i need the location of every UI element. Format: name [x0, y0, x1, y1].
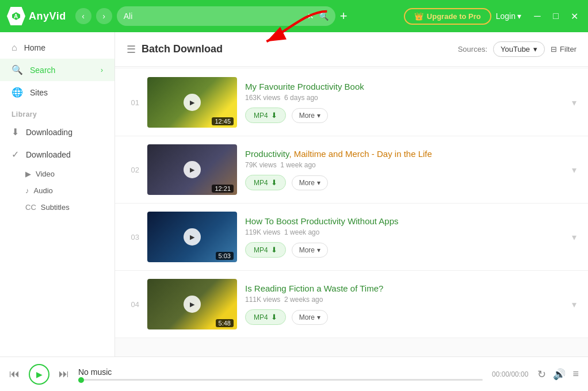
item-info: Productivity, Mailtime and Merch - Day i… [245, 149, 562, 190]
page-title: Batch Download [142, 43, 452, 55]
logo-area: A AnyVid [7, 7, 66, 25]
sidebar: ⌂ Home 🔍 Search › 🌐 Sites Library ⬇ Down… [0, 32, 115, 356]
item-number: 02 [127, 166, 139, 174]
add-tab-button[interactable]: + [340, 10, 348, 22]
collapse-icon[interactable]: ▾ [572, 164, 576, 175]
more-label: More [299, 313, 315, 321]
item-number: 01 [127, 98, 139, 107]
table-row: 01 ▶ 12:45 My Favourite Productivity Boo… [115, 69, 588, 136]
thumbnail[interactable]: ▶ 12:21 [147, 144, 237, 195]
upgrade-label: Upgrade to Pro [427, 12, 481, 21]
item-title: Productivity, Mailtime and Merch - Day i… [245, 149, 562, 159]
more-button[interactable]: More ▾ [292, 175, 328, 190]
more-button[interactable]: More ▾ [292, 243, 328, 258]
progress-indicator [78, 377, 84, 383]
sources-label: Sources: [458, 45, 487, 53]
upgrade-button[interactable]: 👑 Upgrade to Pro [404, 8, 491, 25]
login-button[interactable]: Login ▾ [496, 12, 521, 21]
search-sidebar-icon: 🔍 [12, 64, 23, 75]
sidebar-item-subtitles[interactable]: CC Subtitles [0, 199, 114, 216]
filter-button[interactable]: ⊟ Filter [551, 45, 576, 53]
item-actions: MP4 ⬇ More ▾ [245, 108, 562, 123]
downloaded-label: Downloaded [26, 150, 71, 159]
duration-badge: 5:03 [216, 252, 234, 260]
search-arrow-icon: › [101, 66, 103, 74]
mp4-button[interactable]: MP4 ⬇ [245, 242, 286, 258]
search-button[interactable]: 🔍 [319, 12, 329, 21]
download-arrow-icon: ⬇ [271, 246, 277, 254]
sites-label: Sites [30, 88, 48, 97]
mp4-button[interactable]: MP4 ⬇ [245, 108, 286, 123]
app-name: AnyVid [29, 10, 66, 22]
more-chevron-icon: ▾ [317, 179, 320, 187]
results-list: 01 ▶ 12:45 My Favourite Productivity Boo… [115, 67, 588, 356]
item-title: Is Reading Fiction a Waste of Time? [245, 283, 562, 293]
download-icon: ⬇ [12, 126, 19, 137]
forward-button[interactable]: › [96, 8, 112, 24]
clear-search-button[interactable]: ✕ [307, 12, 314, 21]
batch-icon: ☰ [127, 43, 136, 56]
progress-bar[interactable] [78, 379, 483, 381]
sources-dropdown[interactable]: YouTube ▾ [493, 41, 545, 57]
track-name: No music [78, 367, 483, 377]
video-label: Video [36, 170, 55, 178]
sidebar-item-search[interactable]: 🔍 Search › [0, 59, 114, 81]
sidebar-item-video[interactable]: ▶ Video [0, 166, 114, 182]
more-button[interactable]: More ▾ [292, 108, 328, 123]
more-label: More [299, 112, 315, 120]
thumbnail[interactable]: ▶ 12:45 [147, 77, 237, 128]
player-bar: ⏮ ▶ ⏭ No music 00:00/00:00 ↻ 🔊 ≡ [0, 356, 588, 391]
window-controls: ─ □ ✕ [530, 9, 581, 23]
sidebar-item-sites[interactable]: 🌐 Sites [0, 81, 114, 103]
content-header: ☰ Batch Download Sources: YouTube ▾ ⊟ Fi… [115, 32, 588, 67]
play-overlay-icon: ▶ [184, 296, 201, 313]
collapse-icon[interactable]: ▾ [572, 299, 576, 310]
main-layout: ⌂ Home 🔍 Search › 🌐 Sites Library ⬇ Down… [0, 32, 588, 356]
search-input[interactable] [124, 12, 303, 21]
close-button[interactable]: ✕ [567, 9, 581, 23]
item-actions: MP4 ⬇ More ▾ [245, 309, 562, 325]
playlist-button[interactable]: ≡ [572, 368, 579, 380]
check-circle-icon: ✓ [12, 149, 19, 160]
sidebar-item-downloaded[interactable]: ✓ Downloaded [0, 143, 114, 166]
item-meta: 79K views 1 week ago [245, 161, 562, 169]
format-label: MP4 [254, 112, 268, 120]
format-label: MP4 [254, 246, 268, 254]
more-chevron-icon: ▾ [317, 246, 320, 254]
collapse-icon[interactable]: ▾ [572, 97, 576, 108]
thumbnail[interactable]: ▶ 5:03 [147, 212, 237, 262]
back-button[interactable]: ‹ [75, 8, 91, 24]
repeat-button[interactable]: ↻ [537, 368, 546, 381]
format-label: MP4 [254, 313, 268, 321]
minimize-button[interactable]: ─ [530, 9, 544, 23]
sidebar-item-downloading[interactable]: ⬇ Downloading [0, 121, 114, 143]
mp4-button[interactable]: MP4 ⬇ [245, 175, 286, 190]
sidebar-item-audio[interactable]: ♪ Audio [0, 182, 114, 199]
content-area: ☰ Batch Download Sources: YouTube ▾ ⊟ Fi… [115, 32, 588, 356]
globe-icon: 🌐 [12, 87, 23, 98]
next-button[interactable]: ⏭ [59, 368, 69, 380]
mp4-button[interactable]: MP4 ⬇ [245, 309, 286, 325]
maximize-button[interactable]: □ [549, 9, 563, 23]
sidebar-item-home[interactable]: ⌂ Home [0, 37, 114, 59]
thumbnail[interactable]: ▶ 5:48 [147, 279, 237, 329]
item-actions: MP4 ⬇ More ▾ [245, 242, 562, 258]
play-overlay-icon: ▶ [184, 228, 201, 246]
play-button[interactable]: ▶ [29, 364, 49, 385]
previous-button[interactable]: ⏮ [9, 368, 20, 380]
item-meta: 163K views 6 days ago [245, 94, 562, 102]
player-right-controls: ↻ 🔊 ≡ [537, 368, 579, 381]
more-button[interactable]: More ▾ [292, 310, 328, 325]
table-row: 03 ▶ 5:03 How To Boost Productivity With… [115, 204, 588, 271]
more-chevron-icon: ▾ [317, 313, 320, 321]
chevron-down-icon: ▾ [517, 12, 521, 21]
crown-icon: 👑 [414, 12, 423, 21]
titlebar: A AnyVid ‹ › ✕ 🔍 + 👑 Upgrade to Pro Logi… [0, 0, 588, 32]
format-label: MP4 [254, 179, 268, 187]
filter-label: Filter [560, 45, 576, 53]
video-icon: ▶ [25, 170, 31, 178]
search-bar: ✕ 🔍 [117, 6, 335, 26]
collapse-icon[interactable]: ▾ [572, 232, 576, 243]
item-info: How To Boost Productivity Without Apps 1… [245, 216, 562, 258]
volume-button[interactable]: 🔊 [553, 368, 566, 381]
